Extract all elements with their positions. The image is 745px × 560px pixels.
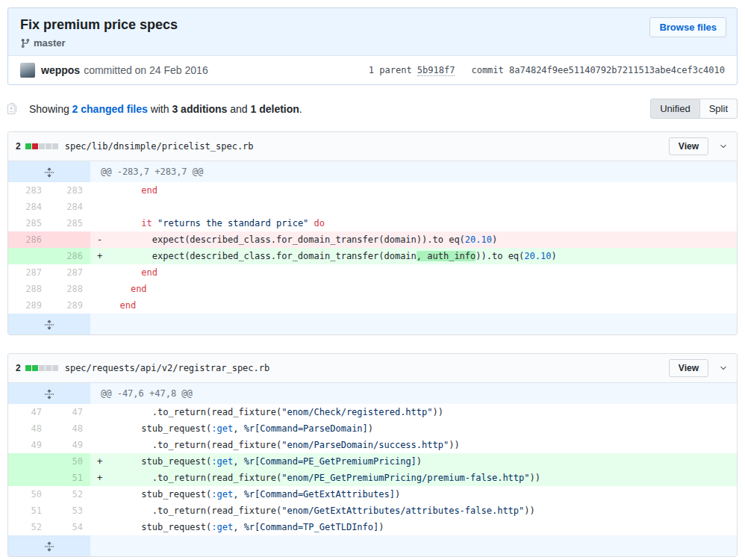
summary-text: Showing 2 changed files with 3 additions… [29, 103, 302, 115]
new-line-number[interactable]: 47 [49, 404, 90, 420]
unified-view-button[interactable]: Unified [650, 99, 699, 119]
new-line-number[interactable]: 48 [49, 420, 90, 437]
expand-diff-control[interactable] [8, 314, 90, 335]
old-line-number[interactable]: 289 [8, 297, 49, 314]
view-file-button[interactable]: View [669, 137, 708, 155]
code-segment [109, 185, 141, 196]
code-segment: )) [524, 505, 534, 516]
line-change-marker [93, 281, 109, 296]
code-segment [109, 267, 141, 278]
code-segment: :get [211, 522, 233, 532]
code-segment: end [119, 300, 136, 311]
code-line: .to_return(read_fixture("enom/Check/regi… [90, 404, 737, 420]
old-line-number[interactable]: 283 [8, 182, 49, 199]
code-segment: .to_return(read_fixture( [109, 440, 281, 450]
changed-files-link[interactable]: 2 changed files [72, 103, 148, 115]
code-line [90, 199, 737, 215]
new-line-number[interactable]: 51 [49, 470, 90, 486]
commit-title-section: Fix premium price specs master Browse fi… [8, 8, 737, 55]
new-line-number[interactable]: 50 [49, 453, 90, 470]
new-line-number[interactable] [49, 231, 90, 248]
author-link[interactable]: weppos [41, 64, 80, 76]
code-segment: .to_return(read_fixture( [109, 505, 281, 516]
old-line-number[interactable]: 52 [8, 519, 49, 535]
old-line-number[interactable]: 287 [8, 264, 49, 281]
file-menu-button[interactable] [717, 140, 729, 152]
new-line-number[interactable]: 287 [49, 264, 90, 281]
code-line: stub_request(:get, %r[Command=ParseDomai… [90, 420, 737, 437]
line-change-marker: + [93, 249, 109, 264]
additions-count: 3 additions [172, 103, 227, 115]
code-line: end [90, 297, 737, 314]
old-line-number[interactable]: 48 [8, 420, 49, 437]
code-segment: end [141, 185, 158, 196]
new-line-number[interactable]: 53 [49, 503, 90, 519]
old-line-number[interactable]: 285 [8, 215, 49, 231]
split-view-button[interactable]: Split [700, 99, 738, 119]
code-segment: ) [395, 489, 400, 500]
code-segment: ) [417, 456, 422, 467]
diffstat-square-del [32, 143, 38, 149]
line-change-marker: + [93, 454, 109, 469]
line-change-marker [93, 487, 109, 502]
line-change-marker [93, 298, 109, 313]
old-line-number[interactable] [8, 470, 49, 486]
file-diff-card: 2 spec/requests/api/v2/registrar_spec.rb… [7, 353, 738, 557]
expand-diff-control[interactable] [8, 535, 90, 556]
file-menu-button[interactable] [717, 362, 729, 374]
expand-diff-control[interactable] [8, 383, 90, 404]
old-line-number[interactable]: 51 [8, 503, 49, 519]
code-line: end [90, 264, 737, 281]
code-segment: , [233, 456, 243, 467]
expander-filler [90, 314, 737, 335]
code-segment: 20.10 [465, 234, 492, 245]
old-line-number[interactable]: 284 [8, 199, 49, 215]
new-line-number[interactable]: 289 [49, 297, 90, 314]
code-segment [109, 300, 119, 311]
line-change-marker [93, 265, 109, 280]
diffstat-square-add [32, 365, 38, 371]
expand-diff-control[interactable] [8, 161, 90, 182]
file-diff-icon [7, 103, 24, 114]
new-line-number[interactable]: 284 [49, 199, 90, 215]
code-segment: stub_request( [109, 423, 211, 434]
old-line-number[interactable]: 49 [8, 437, 49, 453]
code-segment: .to_return(read_fixture( [109, 473, 281, 483]
diff-table: @@ -283,7 +283,7 @@283283 end284284 2852… [8, 161, 737, 335]
new-line-number[interactable]: 52 [49, 486, 90, 503]
code-segment: %r[Command=PE_GetPremiumPricing] [244, 456, 417, 467]
new-line-number[interactable]: 285 [49, 215, 90, 231]
chevron-down-icon [719, 364, 728, 373]
code-segment: )).to eq( [476, 251, 524, 261]
old-line-number[interactable]: 47 [8, 404, 49, 420]
diff-row-del: 286- expect(described_class.for_domain_t… [8, 231, 737, 248]
commit-date-text: committed on 24 Feb 2016 [84, 64, 208, 76]
new-line-number[interactable]: 283 [49, 182, 90, 199]
diffstat: 2 [16, 363, 58, 373]
code-segment: "enom/Check/registered.http" [281, 407, 432, 417]
parent-label: 1 parent [369, 65, 417, 75]
old-line-number[interactable]: 288 [8, 281, 49, 297]
file-path-link[interactable]: spec/lib/dnsimple/pricelist_spec.rb [65, 141, 254, 152]
old-line-number[interactable]: 50 [8, 486, 49, 503]
new-line-number[interactable]: 54 [49, 519, 90, 535]
new-line-number[interactable]: 288 [49, 281, 90, 297]
file-header: 2 spec/lib/dnsimple/pricelist_spec.rb Vi… [8, 132, 737, 161]
browse-files-button[interactable]: Browse files [649, 17, 726, 37]
new-line-number[interactable]: 49 [49, 437, 90, 453]
parent-sha-link[interactable]: 5b918f7 [417, 65, 455, 76]
code-segment: do [314, 218, 325, 228]
code-segment: "returns the standard price" [158, 218, 308, 228]
view-file-button[interactable]: View [669, 359, 708, 377]
file-path-link[interactable]: spec/requests/api/v2/registrar_spec.rb [65, 363, 270, 373]
old-line-number[interactable] [8, 453, 49, 470]
code-segment: %r[Command=TP_GetTLDInfo] [244, 522, 379, 532]
hunk-header: @@ -47,6 +47,8 @@ [90, 383, 737, 404]
parent-info: 1 parent 5b918f7 [369, 65, 455, 75]
author-avatar[interactable] [20, 63, 35, 78]
old-line-number[interactable]: 286 [8, 231, 49, 248]
branch-indicator: master [20, 37, 725, 49]
diff-summary-bar: Showing 2 changed files with 3 additions… [7, 99, 738, 119]
new-line-number[interactable]: 286 [49, 248, 90, 264]
old-line-number[interactable] [8, 248, 49, 264]
